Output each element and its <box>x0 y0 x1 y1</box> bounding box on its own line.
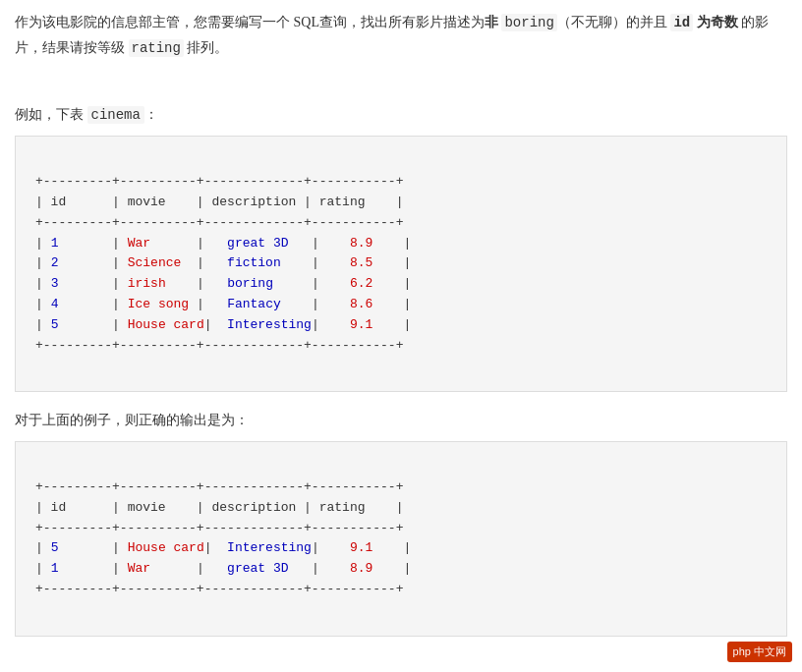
output-table-wrapper: +---------+----------+-------------+----… <box>15 441 787 636</box>
intro-paragraph: 作为该电影院的信息部主管，您需要编写一个 SQL查询，找出所有影片描述为非 bo… <box>15 10 787 61</box>
watermark: php 中文网 <box>727 642 792 662</box>
cinema-code: cinema <box>87 106 144 124</box>
example-label: 例如，下表 cinema： <box>15 106 787 124</box>
output-table: +---------+----------+-------------+----… <box>35 457 767 620</box>
input-table: +---------+----------+-------------+----… <box>35 151 767 376</box>
input-table-wrapper: +---------+----------+-------------+----… <box>15 136 787 392</box>
output-label: 对于上面的例子，则正确的输出是为： <box>15 412 787 429</box>
